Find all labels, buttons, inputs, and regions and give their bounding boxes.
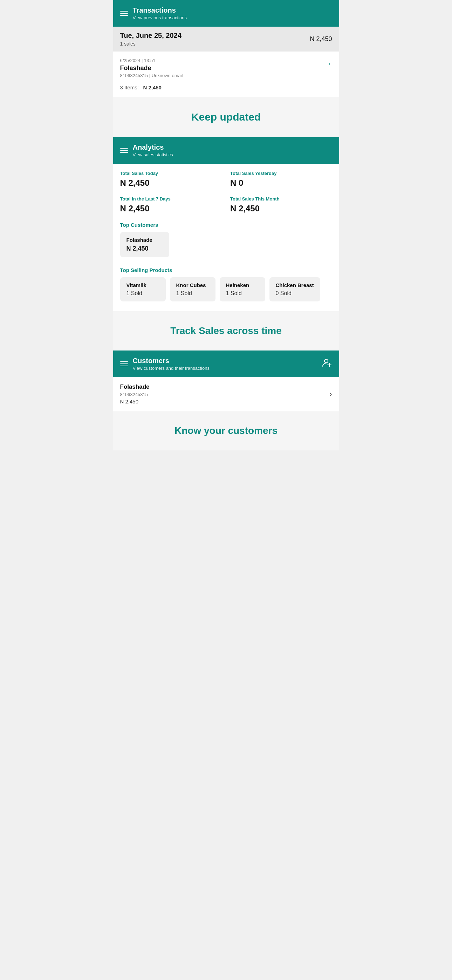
transaction-arrow-icon[interactable]: → — [325, 59, 332, 68]
keep-updated-banner: Keep updated — [113, 97, 339, 137]
top-customer-amount: N 2,450 — [126, 245, 163, 252]
product-sold-knor-cubes: 1 Sold — [176, 290, 209, 296]
stat-total-sales-yesterday: Total Sales Yesterday N 0 — [230, 171, 332, 188]
transaction-contact: 81063245815 | Unknown email — [120, 73, 183, 78]
transaction-sales-count: 1 sales — [120, 41, 181, 47]
customers-menu-icon[interactable] — [120, 361, 128, 366]
transaction-date-left: Tue, June 25, 2024 1 sales — [120, 32, 181, 47]
top-products-label: Top Selling Products — [120, 267, 332, 273]
analytics-subtitle: View sales statistics — [133, 152, 332, 158]
analytics-menu-icon[interactable] — [120, 148, 128, 153]
analytics-body: Total Sales Today N 2,450 Total Sales Ye… — [113, 164, 339, 311]
stat-total-sales-yesterday-label: Total Sales Yesterday — [230, 171, 332, 176]
product-card-vitamilk[interactable]: Vitamilk 1 Sold — [120, 277, 166, 301]
product-sold-heineken: 1 Sold — [226, 290, 259, 296]
stat-total-sales-today-label: Total Sales Today — [120, 171, 222, 176]
transaction-card-header: 6/25/2024 | 13:51 Folashade 81063245815 … — [120, 58, 332, 83]
customers-header-text: Customers View customers and their trans… — [133, 357, 317, 371]
keep-updated-title: Keep updated — [120, 111, 332, 123]
transactions-subtitle: View previous transactions — [133, 15, 332, 20]
know-customers-title: Know your customers — [120, 425, 332, 436]
top-customer-name: Folashade — [126, 237, 163, 243]
transactions-header: Transactions View previous transactions — [113, 0, 339, 27]
stats-grid: Total Sales Today N 2,450 Total Sales Ye… — [120, 171, 332, 213]
transaction-date: Tue, June 25, 2024 — [120, 32, 181, 40]
know-customers-banner: Know your customers — [113, 411, 339, 450]
product-name-heineken: Heineken — [226, 282, 259, 288]
add-customer-icon[interactable] — [321, 358, 332, 370]
stat-total-sales-month-label: Total Sales This Month — [230, 196, 332, 202]
transaction-card[interactable]: 6/25/2024 | 13:51 Folashade 81063245815 … — [113, 51, 339, 97]
transaction-items-total: N 2,450 — [143, 84, 162, 91]
transaction-customer-name: Folashade — [120, 65, 183, 72]
customers-subtitle: View customers and their transactions — [133, 366, 317, 371]
customer-info: Folashade 81063245815 N 2,450 — [120, 383, 150, 404]
customers-section: Customers View customers and their trans… — [113, 350, 339, 411]
product-name-chicken-breast: Chicken Breast — [276, 282, 314, 288]
track-sales-title: Track Sales across time — [120, 325, 332, 336]
product-name-vitamilk: Vitamilk — [126, 282, 159, 288]
product-name-knor-cubes: Knor Cubes — [176, 282, 209, 288]
stat-total-sales-today-value: N 2,450 — [120, 178, 222, 188]
stat-total-sales-month: Total Sales This Month N 2,450 — [230, 196, 332, 213]
stat-total-sales-yesterday-value: N 0 — [230, 178, 332, 188]
products-scroll: Vitamilk 1 Sold Knor Cubes 1 Sold Heinek… — [120, 277, 332, 304]
chevron-right-icon: › — [330, 390, 332, 398]
menu-icon[interactable] — [120, 11, 128, 16]
analytics-header-text: Analytics View sales statistics — [133, 143, 332, 158]
stat-total-last-7-days: Total in the Last 7 Days N 2,450 — [120, 196, 222, 213]
product-sold-chicken-breast: 0 Sold — [276, 290, 314, 296]
customers-title: Customers — [133, 357, 317, 365]
top-customers-list: Folashade N 2,450 — [120, 232, 332, 264]
customer-name: Folashade — [120, 383, 150, 390]
stat-total-last-7-days-label: Total in the Last 7 Days — [120, 196, 222, 202]
transactions-header-text: Transactions View previous transactions — [133, 6, 332, 20]
top-customer-card[interactable]: Folashade N 2,450 — [120, 232, 169, 257]
customer-list-item[interactable]: Folashade 81063245815 N 2,450 › — [113, 377, 339, 411]
analytics-section: Analytics View sales statistics Total Sa… — [113, 137, 339, 311]
analytics-header: Analytics View sales statistics — [113, 137, 339, 164]
stat-total-sales-today: Total Sales Today N 2,450 — [120, 171, 222, 188]
transaction-date-bar: Tue, June 25, 2024 1 sales N 2,450 — [113, 27, 339, 51]
transaction-card-info: 6/25/2024 | 13:51 Folashade 81063245815 … — [120, 58, 183, 83]
transactions-title: Transactions — [133, 6, 332, 14]
top-customers-label: Top Customers — [120, 222, 332, 228]
transaction-timestamp: 6/25/2024 | 13:51 — [120, 58, 183, 63]
product-card-chicken-breast[interactable]: Chicken Breast 0 Sold — [269, 277, 320, 301]
product-card-heineken[interactable]: Heineken 1 Sold — [220, 277, 265, 301]
customer-amount: N 2,450 — [120, 399, 150, 404]
track-sales-banner: Track Sales across time — [113, 311, 339, 350]
transaction-total-amount: N 2,450 — [310, 35, 332, 43]
transactions-section: Transactions View previous transactions … — [113, 0, 339, 97]
stat-total-sales-month-value: N 2,450 — [230, 204, 332, 213]
transaction-items: 3 Items: N 2,450 — [120, 84, 332, 91]
analytics-title: Analytics — [133, 143, 332, 151]
top-products-section: Top Selling Products Vitamilk 1 Sold Kno… — [120, 267, 332, 304]
product-sold-vitamilk: 1 Sold — [126, 290, 159, 296]
stat-total-last-7-days-value: N 2,450 — [120, 204, 222, 213]
product-card-knor-cubes[interactable]: Knor Cubes 1 Sold — [170, 277, 215, 301]
customer-phone: 81063245815 — [120, 392, 150, 397]
customers-header: Customers View customers and their trans… — [113, 350, 339, 377]
svg-point-0 — [325, 359, 328, 363]
top-customers-section: Top Customers Folashade N 2,450 — [120, 222, 332, 264]
transaction-items-count: 3 Items: — [120, 84, 139, 91]
